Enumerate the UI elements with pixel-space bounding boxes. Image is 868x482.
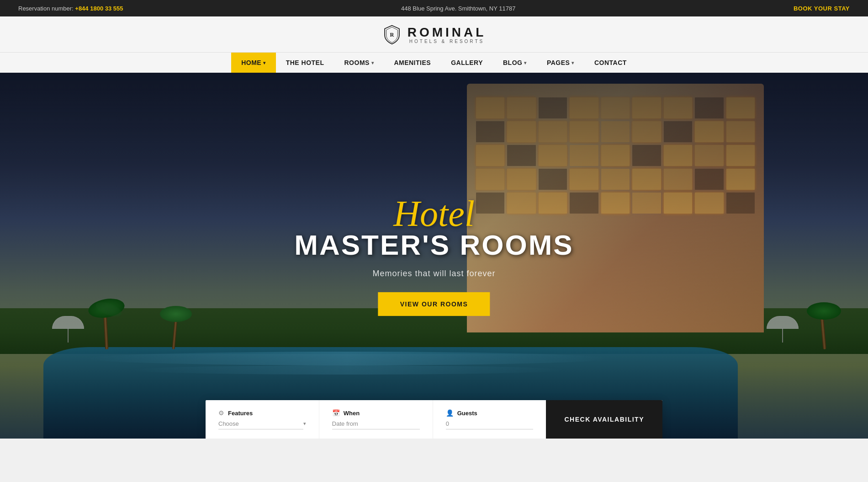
svg-text:R: R (390, 32, 394, 38)
calendar-icon: 📅 (332, 409, 340, 417)
hero-content: Hotel MASTER'S ROOMS Memories that will … (294, 195, 573, 316)
header: R ROMINAL HOTELS & RESORTS HOME ▾ THE HO… (0, 16, 868, 73)
address: 448 Blue Spring Ave. Smithtown, NY 11787 (401, 5, 515, 12)
features-field[interactable]: ⚙ Features Choose ▾ (206, 400, 319, 439)
nav-item-home[interactable]: HOME ▾ (231, 53, 276, 73)
hero-section: Hotel MASTER'S ROOMS Memories that will … (0, 73, 868, 439)
hero-main-title: MASTER'S ROOMS (294, 230, 573, 261)
chevron-down-icon: ▾ (524, 60, 527, 65)
person-icon: 👤 (446, 409, 454, 417)
guests-label: Guests (457, 410, 477, 417)
nav-item-hotel[interactable]: THE HOTEL (276, 53, 334, 73)
nav-item-contact[interactable]: CONTACT (584, 53, 637, 73)
book-link[interactable]: BOOK YOUR STAY (794, 5, 850, 12)
logo-name: ROMINAL (408, 26, 487, 39)
features-icon: ⚙ (218, 409, 224, 417)
logo-text: ROMINAL HOTELS & RESORTS (408, 26, 487, 44)
guests-field[interactable]: 👤 Guests 0 (433, 400, 546, 439)
nav-item-blog[interactable]: BLOG ▾ (493, 53, 537, 73)
reservation-label: Reservation number: (18, 5, 74, 12)
chevron-down-icon: ▾ (303, 421, 306, 427)
guests-value: 0 (446, 420, 534, 429)
nav-item-gallery[interactable]: GALLERY (441, 53, 493, 73)
logo-subtitle: HOTELS & RESORTS (408, 39, 487, 44)
check-availability-button[interactable]: CHECK AVAILABILITY (546, 400, 662, 439)
booking-bar: ⚙ Features Choose ▾ 📅 When Date from 👤 G… (206, 400, 662, 439)
view-rooms-button[interactable]: VIEW OUR ROOMS (378, 292, 490, 316)
chevron-down-icon: ▾ (572, 60, 574, 65)
nav-item-pages[interactable]: PAGES ▾ (537, 53, 584, 73)
top-bar: Reservation number: +844 1800 33 555 448… (0, 0, 868, 16)
features-label: Features (228, 410, 253, 417)
when-field[interactable]: 📅 When Date from (319, 400, 433, 439)
features-value: Choose (218, 420, 303, 429)
phone-number: +844 1800 33 555 (75, 5, 123, 12)
nav-item-rooms[interactable]: ROOMS ▾ (334, 53, 384, 73)
chevron-down-icon: ▾ (263, 60, 266, 65)
chevron-down-icon: ▾ (371, 60, 374, 65)
hero-script-text: Hotel (294, 195, 573, 232)
when-label: When (344, 410, 360, 417)
when-value: Date from (332, 420, 420, 429)
main-nav: HOME ▾ THE HOTEL ROOMS ▾ AMENITIES GALLE… (0, 52, 868, 73)
logo-shield-icon: R (382, 25, 402, 45)
nav-item-amenities[interactable]: AMENITIES (384, 53, 441, 73)
logo-area: R ROMINAL HOTELS & RESORTS (382, 25, 487, 45)
hero-subtitle: Memories that will last forever (294, 269, 573, 278)
reservation-info: Reservation number: +844 1800 33 555 (18, 5, 123, 12)
